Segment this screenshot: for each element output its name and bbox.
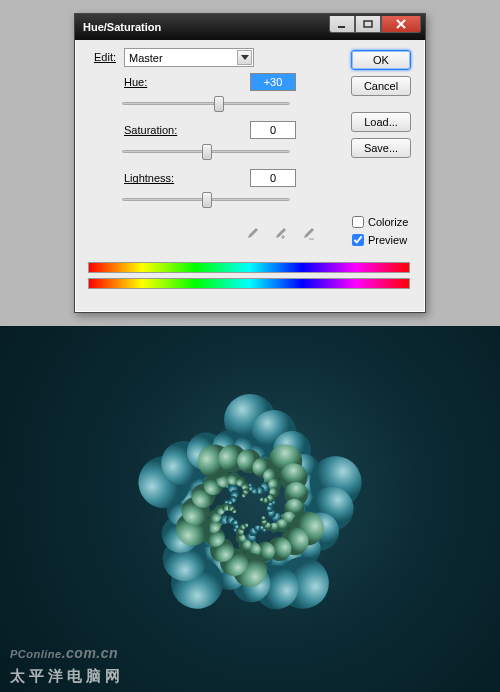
hue-input[interactable]: +30 <box>250 73 296 91</box>
svg-rect-0 <box>338 26 345 28</box>
maximize-button[interactable] <box>355 16 381 33</box>
dialog-body: Edit: Master Hue: +30 Saturation: 0 Ligh… <box>75 40 425 312</box>
colorize-check-input[interactable] <box>352 216 364 228</box>
eyedropper-icon[interactable] <box>244 226 260 242</box>
hue-label: Hue: <box>124 76 147 88</box>
result-image-panel: PConline.com.cn 太平洋电脑网 <box>0 326 500 692</box>
svg-rect-1 <box>364 21 372 27</box>
dialog-title: Hue/Saturation <box>83 21 161 33</box>
window-buttons <box>329 16 421 33</box>
preview-checkbox[interactable]: Preview <box>352 234 407 246</box>
titlebar[interactable]: Hue/Saturation <box>75 14 425 40</box>
colorize-label: Colorize <box>368 216 408 228</box>
upper-panel: Hue/Saturation Edit: Master Hue: +30 Sat… <box>0 0 500 326</box>
slider-thumb[interactable] <box>202 144 212 160</box>
cancel-button[interactable]: Cancel <box>351 76 411 96</box>
preview-check-input[interactable] <box>352 234 364 246</box>
edit-label: Edit: <box>94 51 116 63</box>
fractal-art <box>110 370 390 650</box>
slider-thumb[interactable] <box>202 192 212 208</box>
lightness-input[interactable]: 0 <box>250 169 296 187</box>
eyedropper-minus-icon[interactable] <box>300 226 316 242</box>
saturation-label: Saturation: <box>124 124 177 136</box>
eyedropper-group <box>244 226 316 242</box>
hue-gradient-bottom <box>88 278 410 289</box>
watermark-text: PConline <box>10 648 62 660</box>
hue-gradient-top <box>88 262 410 273</box>
chevron-down-icon <box>237 50 252 65</box>
close-button[interactable] <box>381 16 421 33</box>
lightness-label: Lightness: <box>124 172 174 184</box>
saturation-input[interactable]: 0 <box>250 121 296 139</box>
preview-label: Preview <box>368 234 407 246</box>
save-button[interactable]: Save... <box>351 138 411 158</box>
eyedropper-plus-icon[interactable] <box>272 226 288 242</box>
watermark-suffix: .com.cn <box>62 645 118 661</box>
colorize-checkbox[interactable]: Colorize <box>352 216 408 228</box>
slider-thumb[interactable] <box>214 96 224 112</box>
ok-button[interactable]: OK <box>351 50 411 70</box>
edit-dropdown[interactable]: Master <box>124 48 254 67</box>
saturation-slider[interactable] <box>122 144 290 162</box>
slider-track <box>122 102 290 105</box>
load-button[interactable]: Load... <box>351 112 411 132</box>
minimize-button[interactable] <box>329 16 355 33</box>
lightness-slider[interactable] <box>122 192 290 210</box>
hue-saturation-dialog: Hue/Saturation Edit: Master Hue: +30 Sat… <box>74 13 426 313</box>
hue-slider[interactable] <box>122 96 290 114</box>
edit-value: Master <box>129 52 163 64</box>
watermark-cn: 太平洋电脑网 <box>10 667 124 686</box>
watermark-brand: PConline.com.cn <box>10 638 118 664</box>
